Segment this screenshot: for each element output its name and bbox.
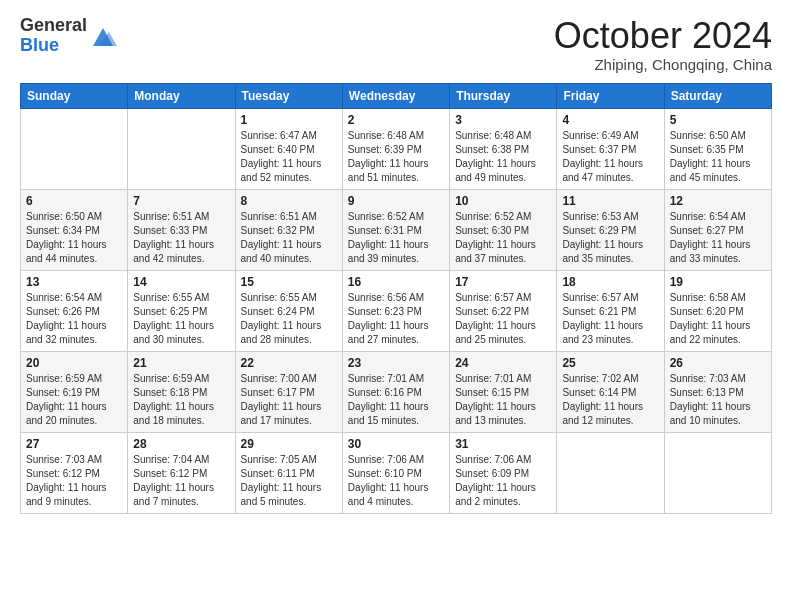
day-cell: 4Sunrise: 6:49 AMSunset: 6:37 PMDaylight… [557,108,664,189]
day-cell: 1Sunrise: 6:47 AMSunset: 6:40 PMDaylight… [235,108,342,189]
day-detail: Sunrise: 6:55 AMSunset: 6:25 PMDaylight:… [133,291,229,347]
day-cell: 30Sunrise: 7:06 AMSunset: 6:10 PMDayligh… [342,432,449,513]
weekday-header-row: SundayMondayTuesdayWednesdayThursdayFrid… [21,83,772,108]
day-detail: Sunrise: 6:54 AMSunset: 6:26 PMDaylight:… [26,291,122,347]
day-detail: Sunrise: 6:47 AMSunset: 6:40 PMDaylight:… [241,129,337,185]
day-cell [664,432,771,513]
day-detail: Sunrise: 7:01 AMSunset: 6:15 PMDaylight:… [455,372,551,428]
day-detail: Sunrise: 6:59 AMSunset: 6:19 PMDaylight:… [26,372,122,428]
week-row-2: 6Sunrise: 6:50 AMSunset: 6:34 PMDaylight… [21,189,772,270]
day-number: 18 [562,275,658,289]
day-cell: 5Sunrise: 6:50 AMSunset: 6:35 PMDaylight… [664,108,771,189]
day-detail: Sunrise: 7:06 AMSunset: 6:09 PMDaylight:… [455,453,551,509]
day-number: 19 [670,275,766,289]
day-number: 2 [348,113,444,127]
day-cell: 8Sunrise: 6:51 AMSunset: 6:32 PMDaylight… [235,189,342,270]
day-detail: Sunrise: 7:03 AMSunset: 6:13 PMDaylight:… [670,372,766,428]
day-number: 25 [562,356,658,370]
day-cell: 29Sunrise: 7:05 AMSunset: 6:11 PMDayligh… [235,432,342,513]
day-cell: 27Sunrise: 7:03 AMSunset: 6:12 PMDayligh… [21,432,128,513]
week-row-4: 20Sunrise: 6:59 AMSunset: 6:19 PMDayligh… [21,351,772,432]
day-number: 16 [348,275,444,289]
weekday-header-saturday: Saturday [664,83,771,108]
day-number: 3 [455,113,551,127]
day-number: 10 [455,194,551,208]
day-cell: 19Sunrise: 6:58 AMSunset: 6:20 PMDayligh… [664,270,771,351]
day-number: 31 [455,437,551,451]
day-cell: 16Sunrise: 6:56 AMSunset: 6:23 PMDayligh… [342,270,449,351]
day-cell: 22Sunrise: 7:00 AMSunset: 6:17 PMDayligh… [235,351,342,432]
day-number: 28 [133,437,229,451]
day-detail: Sunrise: 7:00 AMSunset: 6:17 PMDaylight:… [241,372,337,428]
day-cell: 26Sunrise: 7:03 AMSunset: 6:13 PMDayligh… [664,351,771,432]
day-cell: 17Sunrise: 6:57 AMSunset: 6:22 PMDayligh… [450,270,557,351]
day-detail: Sunrise: 6:56 AMSunset: 6:23 PMDaylight:… [348,291,444,347]
day-detail: Sunrise: 6:50 AMSunset: 6:35 PMDaylight:… [670,129,766,185]
day-number: 1 [241,113,337,127]
day-detail: Sunrise: 6:59 AMSunset: 6:18 PMDaylight:… [133,372,229,428]
day-detail: Sunrise: 6:57 AMSunset: 6:22 PMDaylight:… [455,291,551,347]
day-number: 14 [133,275,229,289]
calendar-table: SundayMondayTuesdayWednesdayThursdayFrid… [20,83,772,514]
day-cell: 28Sunrise: 7:04 AMSunset: 6:12 PMDayligh… [128,432,235,513]
day-cell: 3Sunrise: 6:48 AMSunset: 6:38 PMDaylight… [450,108,557,189]
day-cell: 21Sunrise: 6:59 AMSunset: 6:18 PMDayligh… [128,351,235,432]
weekday-header-tuesday: Tuesday [235,83,342,108]
day-cell [557,432,664,513]
day-number: 15 [241,275,337,289]
day-number: 7 [133,194,229,208]
weekday-header-friday: Friday [557,83,664,108]
day-detail: Sunrise: 6:54 AMSunset: 6:27 PMDaylight:… [670,210,766,266]
weekday-header-wednesday: Wednesday [342,83,449,108]
logo-blue-text: Blue [20,35,59,55]
logo-general-text: General [20,15,87,35]
day-cell: 31Sunrise: 7:06 AMSunset: 6:09 PMDayligh… [450,432,557,513]
weekday-header-thursday: Thursday [450,83,557,108]
day-cell: 12Sunrise: 6:54 AMSunset: 6:27 PMDayligh… [664,189,771,270]
weekday-header-sunday: Sunday [21,83,128,108]
day-number: 17 [455,275,551,289]
day-cell [128,108,235,189]
header: General Blue October 2024 Zhiping, Chong… [20,16,772,73]
title-area: October 2024 Zhiping, Chongqing, China [554,16,772,73]
day-number: 13 [26,275,122,289]
day-number: 27 [26,437,122,451]
day-detail: Sunrise: 6:51 AMSunset: 6:33 PMDaylight:… [133,210,229,266]
day-cell: 24Sunrise: 7:01 AMSunset: 6:15 PMDayligh… [450,351,557,432]
day-detail: Sunrise: 6:51 AMSunset: 6:32 PMDaylight:… [241,210,337,266]
day-cell: 2Sunrise: 6:48 AMSunset: 6:39 PMDaylight… [342,108,449,189]
day-cell: 7Sunrise: 6:51 AMSunset: 6:33 PMDaylight… [128,189,235,270]
day-detail: Sunrise: 6:57 AMSunset: 6:21 PMDaylight:… [562,291,658,347]
logo-icon [89,22,117,50]
week-row-1: 1Sunrise: 6:47 AMSunset: 6:40 PMDaylight… [21,108,772,189]
day-number: 30 [348,437,444,451]
day-number: 24 [455,356,551,370]
day-cell: 14Sunrise: 6:55 AMSunset: 6:25 PMDayligh… [128,270,235,351]
day-cell [21,108,128,189]
day-number: 9 [348,194,444,208]
day-detail: Sunrise: 6:50 AMSunset: 6:34 PMDaylight:… [26,210,122,266]
day-detail: Sunrise: 6:49 AMSunset: 6:37 PMDaylight:… [562,129,658,185]
day-number: 5 [670,113,766,127]
day-detail: Sunrise: 6:55 AMSunset: 6:24 PMDaylight:… [241,291,337,347]
day-number: 11 [562,194,658,208]
day-number: 12 [670,194,766,208]
week-row-5: 27Sunrise: 7:03 AMSunset: 6:12 PMDayligh… [21,432,772,513]
week-row-3: 13Sunrise: 6:54 AMSunset: 6:26 PMDayligh… [21,270,772,351]
day-detail: Sunrise: 6:53 AMSunset: 6:29 PMDaylight:… [562,210,658,266]
day-number: 23 [348,356,444,370]
day-number: 29 [241,437,337,451]
day-cell: 15Sunrise: 6:55 AMSunset: 6:24 PMDayligh… [235,270,342,351]
day-detail: Sunrise: 7:05 AMSunset: 6:11 PMDaylight:… [241,453,337,509]
day-detail: Sunrise: 7:03 AMSunset: 6:12 PMDaylight:… [26,453,122,509]
weekday-header-monday: Monday [128,83,235,108]
day-number: 6 [26,194,122,208]
day-detail: Sunrise: 7:01 AMSunset: 6:16 PMDaylight:… [348,372,444,428]
day-cell: 20Sunrise: 6:59 AMSunset: 6:19 PMDayligh… [21,351,128,432]
calendar-page: General Blue October 2024 Zhiping, Chong… [0,0,792,530]
day-cell: 11Sunrise: 6:53 AMSunset: 6:29 PMDayligh… [557,189,664,270]
day-detail: Sunrise: 6:52 AMSunset: 6:30 PMDaylight:… [455,210,551,266]
day-cell: 9Sunrise: 6:52 AMSunset: 6:31 PMDaylight… [342,189,449,270]
day-number: 20 [26,356,122,370]
day-detail: Sunrise: 7:02 AMSunset: 6:14 PMDaylight:… [562,372,658,428]
